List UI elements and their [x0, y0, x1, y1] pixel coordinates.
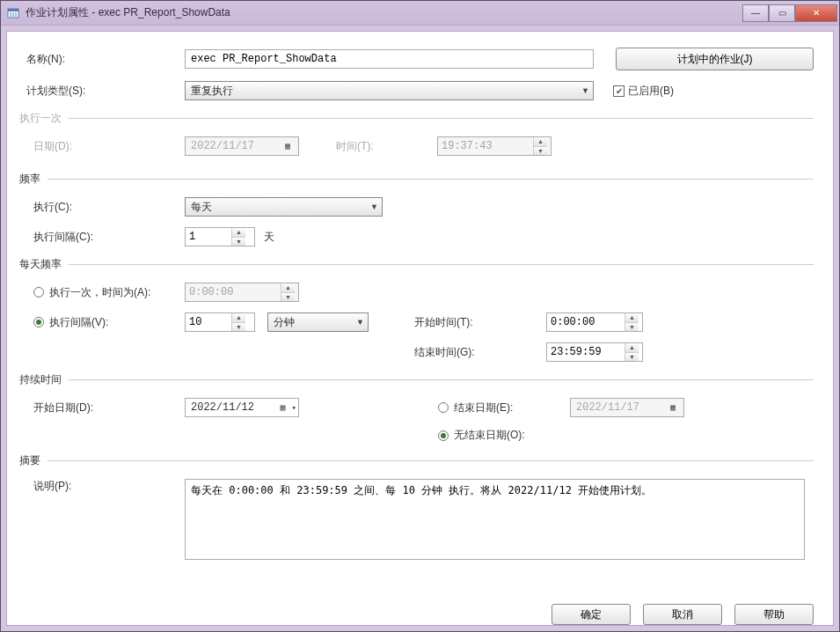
freq-exec-combo[interactable]: 每天 ▼	[185, 197, 383, 217]
name-input[interactable]	[185, 49, 594, 69]
radio-icon	[33, 287, 44, 298]
daily-once-radio[interactable]: 执行一次，时间为(A):	[33, 285, 185, 300]
window-title: 作业计划属性 - exec PR_Report_ShowData	[26, 5, 742, 20]
once-time-label: 时间(T):	[336, 139, 437, 154]
check-icon: ✔	[613, 85, 625, 97]
schedule-type-combo[interactable]: 重复执行 ▼	[185, 81, 594, 100]
daily-end-label: 结束时间(G):	[414, 345, 546, 360]
duration-start-value: 2022/11/12	[191, 401, 267, 414]
frequency-group-title: 频率	[19, 172, 40, 187]
spin-up-icon[interactable]: ▲	[232, 228, 245, 238]
freq-interval-unit: 天	[264, 230, 274, 245]
divider	[69, 264, 814, 265]
radio-selected-icon	[33, 317, 44, 327]
enabled-label: 已启用(B)	[628, 84, 674, 99]
spin-up-icon: ▲	[534, 137, 547, 147]
daily-interval-radio[interactable]: 执行间隔(V):	[33, 315, 185, 330]
divider	[47, 460, 814, 461]
duration-group-title: 持续时间	[19, 372, 62, 387]
cancel-button[interactable]: 取消	[643, 604, 722, 625]
chevron-down-icon: ▼	[356, 318, 364, 327]
once-date-label: 日期(D):	[33, 139, 185, 154]
schedule-type-value: 重复执行	[191, 84, 233, 99]
once-date-value: 2022/11/17	[191, 140, 267, 152]
daily-interval-label: 执行间隔(V):	[49, 315, 108, 330]
daily-start-label: 开始时间(T):	[414, 315, 546, 330]
daily-once-label: 执行一次，时间为(A):	[49, 285, 150, 300]
duration-start-label: 开始日期(D):	[33, 401, 185, 415]
freq-interval-label: 执行间隔(C):	[33, 230, 185, 245]
dialog-window: 作业计划属性 - exec PR_Report_ShowData — ▭ ✕ 名…	[0, 0, 840, 632]
chevron-down-icon: ▼	[370, 202, 378, 211]
summary-group-title: 摘要	[19, 453, 40, 468]
divider	[69, 118, 814, 119]
radio-selected-icon	[438, 430, 449, 441]
duration-end-radio[interactable]: 结束日期(E):	[438, 401, 570, 415]
spin-down-icon[interactable]: ▼	[232, 238, 245, 246]
freq-interval-value[interactable]	[186, 228, 231, 246]
close-button[interactable]: ✕	[795, 4, 837, 22]
name-label: 名称(N):	[26, 52, 185, 67]
schedule-icon	[6, 6, 20, 20]
enabled-checkbox[interactable]: ✔ 已启用(B)	[613, 84, 674, 99]
once-time-spinner: ▲▼	[437, 136, 551, 156]
help-button[interactable]: 帮助	[734, 604, 814, 625]
daily-end-time-spinner[interactable]: ▲▼	[546, 342, 643, 362]
svg-rect-1	[8, 9, 18, 11]
spin-down-icon[interactable]: ▼	[625, 323, 639, 332]
spin-down-icon: ▼	[534, 147, 547, 156]
chevron-down-icon: ▼	[581, 86, 589, 95]
duration-noend-radio[interactable]: 无结束日期(O):	[438, 428, 570, 443]
duration-end-label: 结束日期(E):	[454, 401, 513, 415]
window-controls: — ▭ ✕	[742, 4, 837, 22]
daily-once-time-value	[186, 283, 281, 301]
spin-up-icon[interactable]: ▲	[232, 313, 245, 323]
spin-up-icon[interactable]: ▲	[625, 343, 639, 353]
daily-group-title: 每天频率	[19, 257, 62, 272]
freq-exec-label: 执行(C):	[33, 200, 185, 215]
spin-down-icon[interactable]: ▼	[232, 323, 245, 332]
jobs-in-schedule-button[interactable]: 计划中的作业(J)	[616, 48, 814, 70]
spin-up-icon[interactable]: ▲	[625, 313, 639, 323]
daily-once-time-spinner: ▲▼	[185, 283, 299, 302]
daily-interval-unit-combo[interactable]: 分钟 ▼	[267, 312, 369, 332]
minimize-button[interactable]: —	[742, 4, 769, 22]
daily-start-time-value[interactable]	[547, 313, 625, 331]
once-group-title: 执行一次	[19, 111, 62, 126]
daily-start-time-spinner[interactable]: ▲▼	[546, 312, 643, 332]
divider	[47, 179, 814, 180]
spin-up-icon: ▲	[281, 283, 295, 293]
radio-icon	[438, 402, 449, 413]
calendar-icon: ▦	[668, 402, 678, 413]
summary-desc-textarea[interactable]	[185, 479, 805, 560]
once-time-value	[438, 137, 533, 155]
ok-button[interactable]: 确定	[551, 604, 631, 625]
calendar-icon: ▦	[278, 402, 289, 413]
duration-end-value: 2022/11/17	[576, 401, 652, 414]
daily-interval-spinner[interactable]: ▲▼	[185, 312, 255, 332]
footer-buttons: 确定 取消 帮助	[551, 604, 814, 625]
spin-down-icon[interactable]: ▼	[625, 353, 639, 362]
duration-noend-label: 无结束日期(O):	[454, 428, 525, 443]
once-date-picker: 2022/11/17 ▦	[185, 136, 299, 156]
daily-end-time-value[interactable]	[547, 343, 625, 361]
freq-exec-value: 每天	[191, 200, 212, 215]
chevron-down-icon: ▾	[292, 403, 296, 413]
maximize-button[interactable]: ▭	[769, 4, 795, 22]
divider	[69, 379, 814, 380]
spin-down-icon: ▼	[281, 293, 295, 302]
duration-start-date-picker[interactable]: 2022/11/12 ▦ ▾	[185, 398, 299, 417]
dialog-content: 名称(N): 计划中的作业(J) 计划类型(S): 重复执行 ▼ ✔ 已启用(B…	[6, 31, 834, 626]
daily-interval-unit-value: 分钟	[274, 315, 295, 330]
summary-desc-label: 说明(P):	[33, 479, 185, 494]
schedule-type-label: 计划类型(S):	[26, 84, 185, 99]
calendar-icon: ▦	[282, 141, 293, 151]
duration-end-date-picker: 2022/11/17 ▦	[570, 398, 684, 417]
daily-interval-value[interactable]	[186, 313, 231, 331]
titlebar: 作业计划属性 - exec PR_Report_ShowData — ▭ ✕	[1, 1, 839, 26]
freq-interval-spinner[interactable]: ▲▼	[185, 227, 255, 246]
